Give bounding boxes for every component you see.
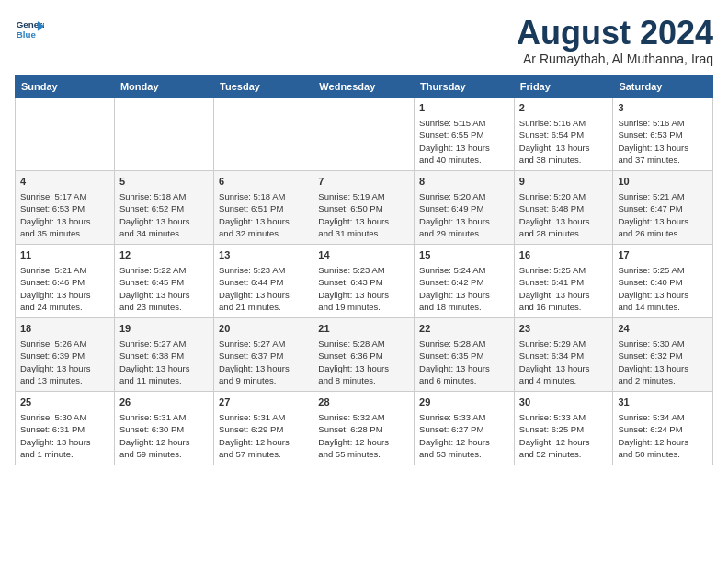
cell-content: Daylight: 12 hours [219, 436, 308, 448]
cell-content: Sunset: 6:53 PM [20, 202, 109, 214]
day-number: 13 [219, 248, 308, 262]
day-number: 27 [219, 396, 308, 409]
cell-content: and 55 minutes. [318, 448, 409, 460]
cell-content: Sunrise: 5:21 AM [20, 264, 109, 276]
cell-content: Sunrise: 5:30 AM [20, 411, 109, 423]
week-row-5: 25Sunrise: 5:30 AMSunset: 6:31 PMDayligh… [16, 391, 713, 465]
calendar-cell: 23Sunrise: 5:29 AMSunset: 6:34 PMDayligh… [514, 317, 613, 391]
calendar-cell: 1Sunrise: 5:15 AMSunset: 6:55 PMDaylight… [415, 97, 515, 170]
week-row-2: 4Sunrise: 5:17 AMSunset: 6:53 PMDaylight… [16, 170, 713, 244]
cell-content: and 18 minutes. [419, 301, 509, 313]
calendar-table: SundayMondayTuesdayWednesdayThursdayFrid… [15, 75, 713, 465]
calendar-cell: 26Sunrise: 5:31 AMSunset: 6:30 PMDayligh… [114, 391, 213, 465]
cell-content: Sunrise: 5:31 AM [219, 411, 308, 423]
day-number: 22 [419, 322, 509, 336]
cell-content: Sunrise: 5:28 AM [419, 338, 509, 350]
day-number: 29 [419, 396, 509, 409]
cell-content: Daylight: 12 hours [318, 436, 409, 448]
cell-content: Sunset: 6:36 PM [318, 350, 409, 362]
cell-content: Daylight: 13 hours [20, 215, 109, 227]
cell-content: and 16 minutes. [519, 301, 609, 313]
cell-content: Sunset: 6:37 PM [219, 350, 308, 362]
cell-content: Sunset: 6:29 PM [219, 423, 308, 435]
cell-content: Daylight: 13 hours [419, 215, 509, 227]
cell-content: Sunset: 6:42 PM [419, 276, 509, 288]
calendar-cell: 4Sunrise: 5:17 AMSunset: 6:53 PMDaylight… [16, 170, 115, 244]
calendar-cell: 15Sunrise: 5:24 AMSunset: 6:42 PMDayligh… [415, 244, 515, 317]
cell-content: and 59 minutes. [119, 448, 209, 460]
header: General Blue August 2024 Ar Rumaythah, A… [15, 15, 713, 66]
cell-content: Sunset: 6:40 PM [618, 276, 708, 288]
cell-content: Sunset: 6:28 PM [318, 423, 409, 435]
day-header-thursday: Thursday [415, 75, 515, 97]
cell-content: and 1 minute. [20, 448, 109, 460]
cell-content: and 29 minutes. [419, 227, 509, 239]
cell-content: Sunrise: 5:33 AM [419, 411, 509, 423]
day-number: 2 [519, 101, 609, 115]
cell-content: Sunrise: 5:29 AM [519, 338, 609, 350]
cell-content: Sunrise: 5:25 AM [519, 264, 609, 276]
cell-content: and 40 minutes. [419, 154, 509, 166]
day-number: 12 [119, 248, 209, 262]
calendar-cell: 2Sunrise: 5:16 AMSunset: 6:54 PMDaylight… [514, 97, 613, 170]
cell-content: Sunrise: 5:34 AM [618, 411, 708, 423]
cell-content: Sunrise: 5:20 AM [519, 190, 609, 202]
cell-content: Daylight: 13 hours [419, 289, 509, 301]
location-subtitle: Ar Rumaythah, Al Muthanna, Iraq [517, 52, 713, 66]
cell-content: and 32 minutes. [219, 227, 308, 239]
calendar-cell [313, 97, 415, 170]
day-number: 17 [618, 248, 708, 262]
calendar-cell: 27Sunrise: 5:31 AMSunset: 6:29 PMDayligh… [214, 391, 313, 465]
cell-content: Sunset: 6:47 PM [618, 202, 708, 214]
calendar-cell: 24Sunrise: 5:30 AMSunset: 6:32 PMDayligh… [613, 317, 713, 391]
cell-content: Sunset: 6:35 PM [419, 350, 509, 362]
calendar-cell: 12Sunrise: 5:22 AMSunset: 6:45 PMDayligh… [114, 244, 213, 317]
day-header-saturday: Saturday [613, 75, 713, 97]
day-number: 16 [519, 248, 609, 262]
cell-content: Sunset: 6:24 PM [618, 423, 708, 435]
week-row-1: 1Sunrise: 5:15 AMSunset: 6:55 PMDaylight… [16, 97, 713, 170]
cell-content: Sunset: 6:27 PM [419, 423, 509, 435]
cell-content: Sunset: 6:34 PM [519, 350, 609, 362]
cell-content: Sunset: 6:38 PM [119, 350, 209, 362]
day-number: 15 [419, 248, 509, 262]
cell-content: and 28 minutes. [519, 227, 609, 239]
day-number: 8 [419, 175, 509, 189]
logo: General Blue [15, 15, 44, 44]
cell-content: Sunrise: 5:18 AM [219, 190, 308, 202]
day-number: 9 [519, 175, 609, 189]
week-row-3: 11Sunrise: 5:21 AMSunset: 6:46 PMDayligh… [16, 244, 713, 317]
cell-content: and 24 minutes. [20, 301, 109, 313]
calendar-cell: 9Sunrise: 5:20 AMSunset: 6:48 PMDaylight… [514, 170, 613, 244]
cell-content: Sunrise: 5:23 AM [219, 264, 308, 276]
cell-content: Daylight: 13 hours [318, 289, 409, 301]
day-header-monday: Monday [114, 75, 213, 97]
cell-content: Sunrise: 5:31 AM [119, 411, 209, 423]
day-header-friday: Friday [514, 75, 613, 97]
cell-content: Daylight: 13 hours [519, 362, 609, 374]
calendar-cell: 16Sunrise: 5:25 AMSunset: 6:41 PMDayligh… [514, 244, 613, 317]
cell-content: and 35 minutes. [20, 227, 109, 239]
calendar-cell [114, 97, 213, 170]
cell-content: and 14 minutes. [618, 301, 708, 313]
cell-content: Sunrise: 5:32 AM [318, 411, 409, 423]
cell-content: and 53 minutes. [419, 448, 509, 460]
cell-content: Daylight: 13 hours [219, 215, 308, 227]
cell-content: and 2 minutes. [618, 374, 708, 386]
calendar-cell: 25Sunrise: 5:30 AMSunset: 6:31 PMDayligh… [16, 391, 115, 465]
day-number: 5 [119, 175, 209, 189]
cell-content: and 6 minutes. [419, 374, 509, 386]
header-row: SundayMondayTuesdayWednesdayThursdayFrid… [16, 75, 713, 97]
cell-content: Sunrise: 5:24 AM [419, 264, 509, 276]
cell-content: Daylight: 13 hours [20, 436, 109, 448]
calendar-cell: 11Sunrise: 5:21 AMSunset: 6:46 PMDayligh… [16, 244, 115, 317]
calendar-cell: 6Sunrise: 5:18 AMSunset: 6:51 PMDaylight… [214, 170, 313, 244]
calendar-cell: 13Sunrise: 5:23 AMSunset: 6:44 PMDayligh… [214, 244, 313, 317]
logo-icon: General Blue [15, 15, 44, 44]
day-number: 30 [519, 396, 609, 409]
cell-content: Sunrise: 5:23 AM [318, 264, 409, 276]
day-number: 20 [219, 322, 308, 336]
cell-content: Daylight: 13 hours [519, 215, 609, 227]
calendar-cell: 28Sunrise: 5:32 AMSunset: 6:28 PMDayligh… [313, 391, 415, 465]
calendar-cell: 22Sunrise: 5:28 AMSunset: 6:35 PMDayligh… [415, 317, 515, 391]
